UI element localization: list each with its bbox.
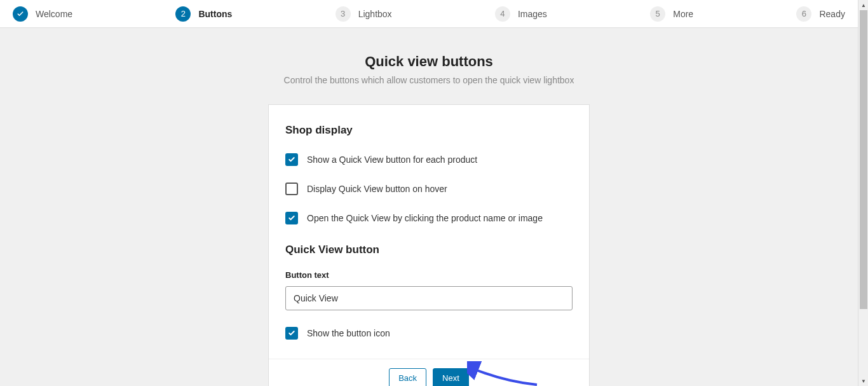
- checkbox-icon[interactable]: [285, 183, 298, 195]
- check-icon: [13, 6, 28, 22]
- page-subtitle: Control the buttons which allow customer…: [0, 75, 858, 85]
- step-more[interactable]: 5 More: [650, 6, 693, 22]
- step-label: Images: [518, 9, 547, 19]
- section-quick-view-button: Quick View button: [285, 244, 573, 256]
- step-number-icon: 6: [796, 6, 811, 22]
- checkbox-label: Open the Quick View by clicking the prod…: [307, 213, 543, 223]
- checkbox-show-icon[interactable]: Show the button icon: [285, 327, 573, 340]
- step-images[interactable]: 4 Images: [495, 6, 547, 22]
- next-button[interactable]: Next: [433, 368, 469, 386]
- button-text-input[interactable]: [285, 286, 573, 310]
- back-button[interactable]: Back: [389, 368, 426, 386]
- content-area: Quick view buttons Control the buttons w…: [0, 28, 858, 386]
- section-shop-display: Shop display: [285, 124, 573, 137]
- checkbox-icon[interactable]: [285, 327, 298, 340]
- step-label: Lightbox: [358, 9, 392, 19]
- scroll-up-icon[interactable]: ▲: [858, 0, 868, 10]
- step-number-icon: 3: [336, 6, 351, 22]
- button-text-label: Button text: [285, 270, 573, 280]
- checkbox-show-button[interactable]: Show a Quick View button for each produc…: [285, 153, 573, 166]
- step-label: More: [673, 9, 693, 19]
- checkbox-label: Show a Quick View button for each produc…: [307, 155, 477, 165]
- step-lightbox[interactable]: 3 Lightbox: [336, 6, 392, 22]
- step-welcome[interactable]: Welcome: [13, 6, 72, 22]
- page-title: Quick view buttons: [0, 53, 858, 70]
- checkbox-label: Show the button icon: [307, 328, 390, 338]
- step-label: Ready: [819, 9, 844, 19]
- settings-card: Shop display Show a Quick View button fo…: [268, 104, 590, 386]
- card-footer: Back Next: [269, 359, 589, 386]
- checkbox-icon[interactable]: [285, 212, 298, 224]
- scroll-down-icon[interactable]: ▼: [858, 376, 868, 386]
- step-number-icon: 4: [495, 6, 510, 22]
- checkbox-open-click[interactable]: Open the Quick View by clicking the prod…: [285, 212, 573, 224]
- scroll-thumb[interactable]: [860, 10, 867, 309]
- step-label: Buttons: [198, 9, 232, 19]
- checkbox-icon[interactable]: [285, 153, 298, 166]
- checkbox-label: Display Quick View button on hover: [307, 184, 447, 194]
- wizard-stepper: Welcome 2 Buttons 3 Lightbox 4 Images 5 …: [0, 0, 858, 28]
- checkbox-on-hover[interactable]: Display Quick View button on hover: [285, 183, 573, 195]
- card-body: Shop display Show a Quick View button fo…: [269, 105, 589, 359]
- step-buttons[interactable]: 2 Buttons: [175, 6, 232, 22]
- step-number-icon: 5: [650, 6, 665, 22]
- step-label: Welcome: [36, 9, 72, 19]
- step-ready[interactable]: 6 Ready: [796, 6, 844, 22]
- vertical-scrollbar[interactable]: ▲ ▼: [858, 0, 868, 386]
- step-number-icon: 2: [175, 6, 191, 22]
